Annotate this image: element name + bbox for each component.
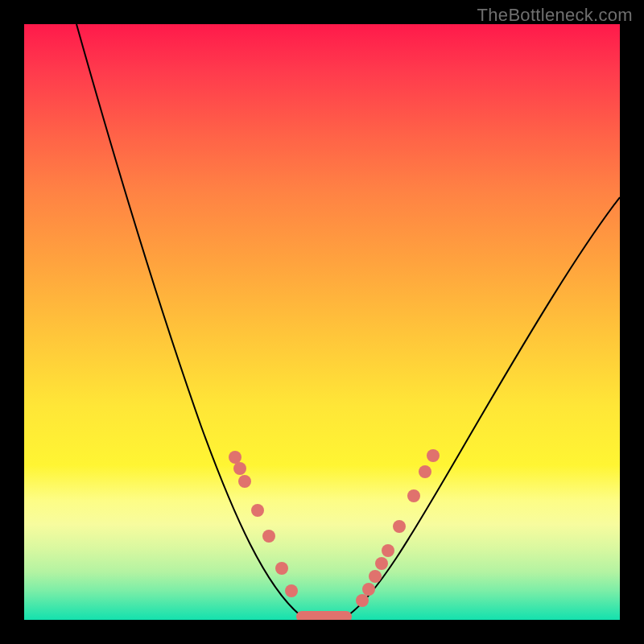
marker-dot [369,570,382,583]
marker-dot [262,530,275,543]
marker-dot [362,583,375,596]
marker-dot [407,489,420,502]
marker-dot [285,584,298,597]
marker-dot [238,475,251,488]
marker-dot [419,465,431,478]
marker-dot [229,451,242,464]
curve-svg [24,24,620,620]
marker-dot [382,544,394,557]
marker-dot [233,462,246,475]
marker-dot [275,562,288,575]
chart-frame: TheBottleneck.com [0,0,644,644]
marker-dot [251,504,264,517]
marker-dot [393,520,406,533]
watermark-text: TheBottleneck.com [477,5,633,26]
plot-area [24,24,620,620]
marker-dot [375,557,388,570]
marker-dot [356,594,369,607]
marker-dot [427,449,440,462]
bottleneck-curve [76,24,620,617]
